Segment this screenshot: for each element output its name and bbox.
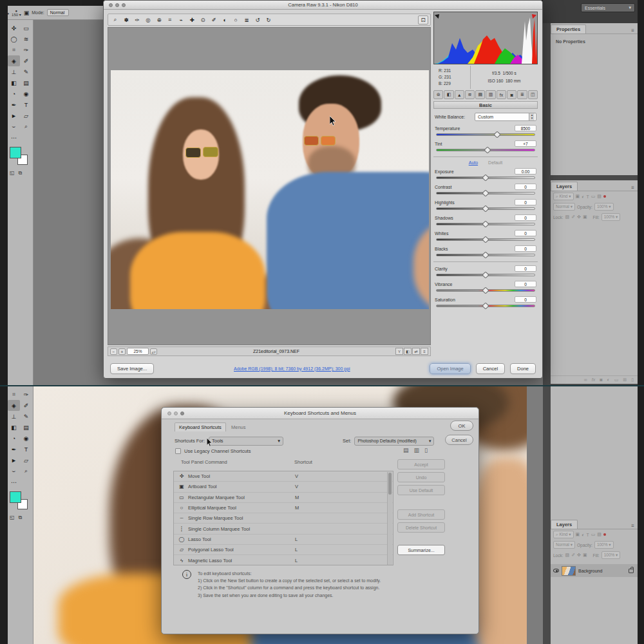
layer-visibility-icon[interactable] — [553, 569, 559, 573]
tool-icon[interactable]: ⌣ — [8, 466, 20, 477]
tool-icon[interactable]: ✑ — [20, 389, 32, 400]
lock-position-icon[interactable]: ✜ — [577, 553, 581, 558]
shortcut-row[interactable]: ○ Elliptical Marquee Tool M — [174, 503, 393, 513]
layer-group-icon[interactable]: ▭ — [614, 377, 619, 383]
before-after-icon[interactable]: ◧ — [404, 348, 412, 355]
save-set-as-icon[interactable]: ▥ — [414, 447, 420, 453]
foreground-color-swatch[interactable] — [10, 147, 21, 158]
tool-icon[interactable]: ◧ — [8, 422, 20, 433]
lock-position-icon[interactable]: ✜ — [577, 214, 581, 220]
zoom-tool-icon[interactable]: ⌕ — [110, 15, 120, 24]
tool-icon[interactable]: ✐ — [20, 400, 32, 411]
cancel-button[interactable]: Cancel — [476, 363, 505, 374]
slider-thumb[interactable] — [482, 287, 489, 294]
tool-icon[interactable]: ▱ — [20, 455, 32, 466]
spot-removal-tool-icon[interactable]: ✚ — [187, 15, 197, 24]
workflow-options-link[interactable]: Adobe RGB (1998); 8 bit; 7360 by 4912 (3… — [154, 366, 430, 371]
slider-value[interactable]: 0 — [515, 199, 536, 205]
blend-mode-select[interactable]: Normal ▾ — [553, 541, 575, 549]
slider-thumb[interactable] — [482, 251, 489, 258]
filter-adjustment-icon[interactable]: ◐ — [582, 194, 584, 199]
cancel-button[interactable]: Cancel — [445, 435, 473, 445]
slider-thumb[interactable] — [482, 271, 489, 278]
tool-icon[interactable]: ◧ — [8, 77, 20, 88]
toggle-brush-panel-icon[interactable]: ▣ — [24, 10, 30, 16]
filter-toggle-icon[interactable] — [603, 195, 606, 198]
tool-icon[interactable]: T — [20, 99, 32, 110]
tool-icon[interactable]: ▤ — [20, 77, 32, 88]
slider-track[interactable] — [436, 223, 535, 225]
panel-tab-icon[interactable]: ◧ — [444, 90, 453, 99]
tab-keyboard-shortcuts[interactable]: Keyboard Shortcuts — [175, 422, 226, 431]
shortcut-key[interactable]: L — [295, 558, 298, 564]
preferences-icon[interactable]: ≣ — [242, 15, 252, 24]
panel-menu-icon[interactable]: ≡ — [628, 28, 638, 33]
brush-size-value[interactable]: ●150 ▾ — [12, 9, 21, 17]
lock-artboard-icon[interactable]: ▣ — [583, 214, 587, 220]
tool-icon[interactable]: ◉ — [20, 88, 32, 99]
tool-icon[interactable]: ◈ — [8, 400, 20, 411]
delete-set-icon[interactable]: ▯ — [424, 447, 428, 453]
slider-track[interactable] — [436, 133, 535, 136]
slider-value[interactable]: 0 — [515, 184, 536, 190]
shortcut-key[interactable]: V — [295, 473, 298, 479]
tool-icon[interactable]: ◔ — [8, 433, 20, 444]
slider-value[interactable]: 0.00 — [515, 168, 536, 175]
tab-menus[interactable]: Menus — [227, 423, 250, 431]
fill-value[interactable]: 100% ▾ — [601, 551, 621, 559]
tool-icon[interactable]: ✒ — [8, 444, 20, 455]
accept-button[interactable]: Accept — [397, 459, 445, 469]
panel-tab-icon[interactable]: ◫ — [528, 90, 538, 99]
slider-track[interactable] — [436, 238, 535, 241]
shortcut-key[interactable]: M — [295, 505, 299, 511]
panel-tab-icon[interactable]: ▲ — [455, 90, 464, 99]
tool-icon[interactable]: ⋯ — [8, 132, 20, 143]
workspace-switcher[interactable]: Essentials▾ — [581, 3, 635, 12]
tool-icon[interactable]: ► — [8, 455, 20, 466]
lock-artboard-icon[interactable]: ▣ — [583, 553, 587, 558]
done-button[interactable]: Done — [510, 363, 536, 374]
slider-track[interactable] — [436, 289, 535, 292]
panel-menu-icon[interactable]: ≡ — [628, 523, 638, 529]
slider-thumb[interactable] — [482, 220, 489, 227]
shortcut-row[interactable]: ▭ Rectangular Marquee Tool M — [174, 493, 393, 503]
mode-select[interactable]: Normal — [47, 9, 70, 16]
quick-mask-icon[interactable]: ◱ — [10, 515, 15, 521]
blend-mode-select[interactable]: Normal ▾ — [553, 203, 575, 211]
slider-value[interactable]: 0 — [515, 214, 536, 221]
fullscreen-toggle-icon[interactable]: ⊡ — [418, 15, 428, 24]
shortcut-key[interactable]: M — [295, 495, 299, 500]
slider-thumb[interactable] — [482, 189, 489, 196]
tool-icon[interactable]: ⌗ — [8, 44, 20, 55]
zoom-level-select[interactable]: 25% — [127, 348, 149, 355]
shortcut-row[interactable]: ϟ Magnetic Lasso Tool L — [174, 555, 393, 565]
screen-mode-icon[interactable]: ⧉ — [19, 170, 23, 176]
tool-icon[interactable]: ⊥ — [8, 411, 20, 422]
tool-icon[interactable]: ◈ — [8, 55, 20, 66]
shortcut-key[interactable]: L — [295, 536, 298, 542]
dialog-titlebar[interactable]: Keyboard Shortcuts and Menus — [162, 408, 478, 419]
slider-value[interactable]: 0 — [515, 296, 536, 303]
legacy-shortcuts-checkbox[interactable] — [175, 448, 181, 454]
crop-tool-icon[interactable]: ⌗ — [165, 15, 175, 24]
adjustment-layer-icon[interactable]: ◐ — [607, 377, 609, 383]
shortcuts-table[interactable]: ✜ Move Tool V ▣ Artboard Tool V ▭ Rectan… — [173, 471, 393, 565]
tool-icon[interactable]: ≋ — [20, 33, 32, 44]
camera-raw-titlebar[interactable]: Camera Raw 9.3.1 - Nikon D810 — [104, 1, 542, 10]
save-set-icon[interactable]: ▤ — [403, 447, 409, 453]
tool-icon[interactable]: ◔ — [8, 88, 20, 99]
panel-menu-icon[interactable]: ≡ — [628, 185, 638, 191]
filter-type-icon[interactable]: T — [586, 533, 589, 537]
slider-track[interactable] — [436, 176, 535, 179]
lock-transparency-icon[interactable]: ▨ — [565, 553, 570, 558]
filter-pixel-icon[interactable]: ▣ — [576, 532, 580, 537]
tool-icon[interactable]: ▤ — [20, 422, 32, 433]
tool-icon[interactable]: ⌕ — [20, 466, 32, 477]
slider-thumb[interactable] — [482, 205, 489, 212]
link-layers-icon[interactable]: ∞ — [584, 377, 587, 383]
filter-toggle-icon[interactable] — [603, 533, 606, 536]
tool-icon[interactable]: T — [20, 444, 32, 455]
tool-icon[interactable]: ► — [8, 110, 20, 121]
shortcut-row[interactable]: ▱ Polygonal Lasso Tool L — [174, 545, 393, 555]
summarize-button[interactable]: Summarize... — [397, 545, 445, 555]
